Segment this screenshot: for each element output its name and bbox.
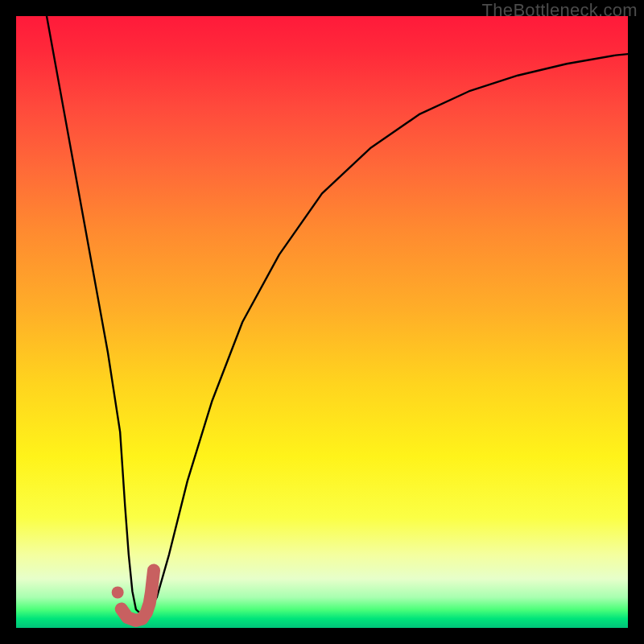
chart-container: TheBottleneck.com bbox=[0, 0, 644, 644]
plot-area bbox=[16, 16, 628, 628]
optimal-J-marker bbox=[122, 571, 154, 621]
bottleneck-curve bbox=[47, 16, 628, 614]
optimal-dot bbox=[112, 586, 124, 598]
curve-layer bbox=[16, 16, 628, 628]
